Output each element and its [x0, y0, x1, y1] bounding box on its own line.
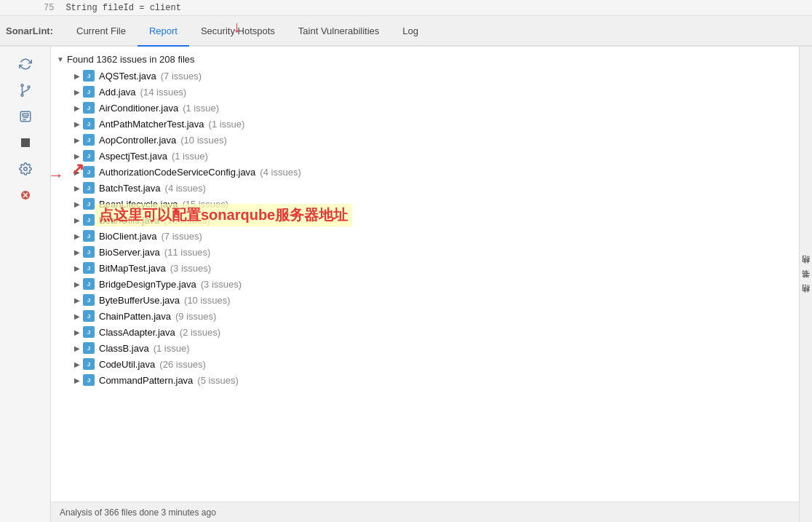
tab-security-hotspots[interactable]: Security Hotspots: [189, 16, 287, 47]
svg-point-9: [23, 167, 27, 171]
list-item[interactable]: ▶ J ByteBufferUse.java (10 issues): [51, 292, 799, 308]
list-item[interactable]: ▶ J BeanUtils.java (13 issues): [51, 212, 799, 228]
tree-summary-row: ▼ Found 1362 issues in 208 files: [51, 51, 799, 68]
list-item[interactable]: ▶ J BioServer.java (11 issues): [51, 244, 799, 260]
list-item[interactable]: ▶ J BatchTest.java (4 issues): [51, 180, 799, 196]
right-sidebar: 结构 书签 结构: [799, 47, 812, 522]
list-item[interactable]: ▶ J ClassB.java (1 issue): [51, 340, 799, 356]
list-item[interactable]: ▶ J CommandPattern.java (5 issues): [51, 372, 799, 388]
list-item[interactable]: ▶ J ClassAdapter.java (2 issues): [51, 324, 799, 340]
svg-point-0: [21, 84, 23, 87]
list-item[interactable]: ▶ J BridgeDesignType.java (3 issues): [51, 276, 799, 292]
tree-summary-text: Found 1362 issues in 208 files: [67, 54, 195, 65]
code-text: String fileId = client: [65, 3, 180, 13]
tab-current-file[interactable]: Current File: [65, 16, 138, 47]
tab-bar: SonarLint: Current File Report Security …: [0, 16, 812, 47]
svg-point-1: [21, 94, 23, 96]
refresh-icon[interactable]: [11, 52, 40, 76]
left-sidebar: [0, 47, 51, 522]
list-item[interactable]: ▶ J CodeUtil.java (26 issues): [51, 356, 799, 372]
list-item[interactable]: ▶ J Add.java (14 issues): [51, 84, 799, 100]
list-item[interactable]: ▶ J BioClient.java (7 issues): [51, 228, 799, 244]
file-tree[interactable]: ▼ Found 1362 issues in 208 files ▶ J AQS…: [51, 47, 799, 522]
tab-taint-vulnerabilities[interactable]: Taint Vulnerabilities: [287, 16, 391, 47]
list-item[interactable]: ▶ J AirConditioner.java (1 issue): [51, 100, 799, 116]
svg-rect-8: [21, 138, 30, 147]
status-bar: Analysis of 366 files done 3 minutes ago: [51, 502, 799, 522]
stop-icon[interactable]: [11, 131, 40, 154]
list-item[interactable]: ▶ J AntPathMatcherTest.java (1 issue): [51, 116, 799, 132]
list-item[interactable]: ▶ J AspectjTest.java (1 issue): [51, 148, 799, 164]
list-item[interactable]: ▶ J AuthorizationCodeServiceConfig.java …: [51, 164, 799, 180]
svg-rect-5: [23, 114, 28, 116]
tab-log[interactable]: Log: [391, 16, 430, 47]
list-item[interactable]: ▶ J AQSTest.java (7 issues): [51, 68, 799, 84]
status-text: Analysis of 366 files done 3 minutes ago: [60, 507, 216, 518]
main-content: ▼ Found 1362 issues in 208 files ▶ J AQS…: [0, 47, 812, 522]
settings-icon[interactable]: [11, 157, 40, 181]
files-icon[interactable]: [11, 105, 40, 128]
sonarlint-label: SonarLint:: [6, 25, 53, 36]
list-item[interactable]: ▶ J BeanLifecycle.java (15 issues): [51, 196, 799, 212]
list-item[interactable]: ▶ J ChainPatten.java (9 issues): [51, 308, 799, 324]
svg-point-2: [28, 86, 30, 88]
close-icon[interactable]: [11, 183, 40, 207]
tab-report[interactable]: Report: [138, 16, 189, 47]
chevron-icon: ▼: [57, 55, 64, 63]
list-item[interactable]: ▶ J BitMapTest.java (3 issues): [51, 260, 799, 276]
branch-icon[interactable]: [11, 79, 40, 102]
code-preview: 75 String fileId = client: [0, 0, 812, 16]
list-item[interactable]: ▶ J AopController.java (10 issues): [51, 132, 799, 148]
